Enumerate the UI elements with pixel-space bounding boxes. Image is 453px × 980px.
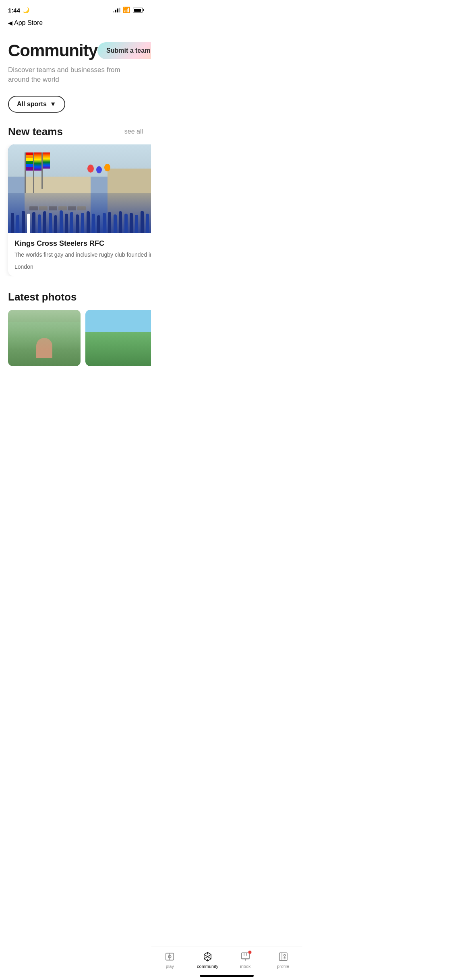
team-description: The worlds first gay and inclusive rugby… [14,251,151,259]
latest-photos-title: Latest photos [8,291,77,303]
page-title: Community [8,41,97,60]
see-all-link[interactable]: see all [124,128,143,135]
moon-icon: 🌙 [23,7,29,13]
teams-carousel: Kings Cross Steelers RFC The worlds firs… [0,144,151,277]
new-teams-section-header: New teams see all [8,126,143,138]
wifi-icon: 📶 [123,6,130,14]
back-nav[interactable]: ◀ App Store [0,18,151,33]
latest-photos-section: Latest photos [8,291,143,366]
main-content: Community Submit a team Discover teams a… [0,41,151,406]
photo-card-2[interactable] [85,310,151,366]
filter-label: All sports [17,101,47,108]
submit-team-button[interactable]: Submit a team [97,42,151,59]
team-card-body: Kings Cross Steelers RFC The worlds firs… [8,233,151,277]
team-name: Kings Cross Steelers RFC [14,239,151,248]
latest-photos-header: Latest photos [8,291,143,303]
status-time: 1:44 [8,7,20,14]
team-location: London [14,264,33,270]
status-bar: 1:44 🌙 📶 [0,0,151,18]
page-subtitle: Discover teams and businesses from aroun… [8,65,143,84]
photo-card[interactable] [8,310,81,366]
team-image [8,144,151,233]
status-icons: 📶 [113,6,143,14]
new-teams-title: New teams [8,126,63,138]
page-header: Community Submit a team [8,41,143,60]
app-store-label: App Store [14,19,43,27]
photos-grid [0,310,151,366]
filter-arrow-icon: ▼ [50,101,56,108]
signal-icon [113,8,120,12]
back-arrow-icon: ◀ [8,20,12,26]
team-card[interactable]: Kings Cross Steelers RFC The worlds firs… [8,144,151,277]
battery-icon [133,8,143,12]
team-meta: London Rugby [14,264,151,270]
filter-sports-button[interactable]: All sports ▼ [8,96,65,113]
photo-landscape [85,310,151,366]
